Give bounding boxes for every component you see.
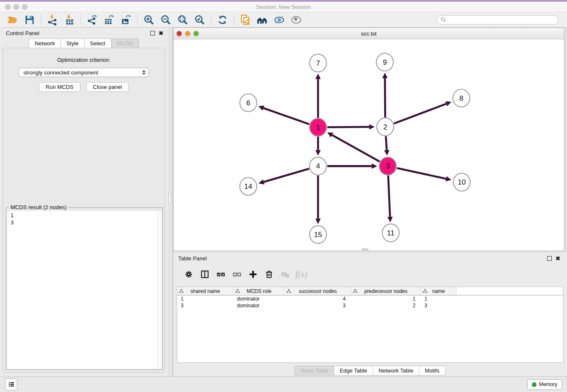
- duplicate-network-button[interactable]: [237, 14, 254, 26]
- export-table-button[interactable]: [101, 14, 118, 26]
- edge-arrowhead: [369, 124, 374, 130]
- float-panel-icon[interactable]: [150, 31, 155, 36]
- open-file-button[interactable]: [4, 14, 21, 26]
- edge-1-6[interactable]: [264, 108, 309, 124]
- node-table[interactable]: shared nameMCDS rolesuccessor nodesprede…: [177, 287, 564, 363]
- network-window-title: scc.txt: [173, 30, 564, 37]
- column-header-shared-name[interactable]: shared name: [177, 287, 234, 295]
- control-panel: Control Panel ✖ NetworkStyleSelectMCDS O…: [0, 28, 168, 376]
- open-file-icon: [7, 14, 18, 25]
- edge-arrowhead: [387, 217, 393, 222]
- toolbar-separator: [211, 14, 212, 25]
- search-input[interactable]: [448, 17, 555, 23]
- close-table-panel-icon[interactable]: ✖: [556, 256, 560, 261]
- tab-style[interactable]: Style: [61, 39, 85, 48]
- zoom-fit-button[interactable]: [174, 14, 191, 26]
- edge-arrowhead: [372, 163, 377, 169]
- search-field: [437, 15, 559, 25]
- export-image-icon: [121, 14, 132, 25]
- toolbar-separator: [137, 14, 138, 25]
- cell-predecessor-nodes[interactable]: 1: [351, 296, 421, 302]
- cell-name[interactable]: 3: [421, 303, 457, 309]
- show-columns-button[interactable]: [197, 267, 213, 282]
- edge-3-11[interactable]: [388, 175, 390, 217]
- cell-MCDS-role[interactable]: dominator: [234, 303, 285, 309]
- cell-shared-name[interactable]: 3: [177, 303, 234, 309]
- table-row[interactable]: 3dominator323: [177, 302, 563, 309]
- column-header-name[interactable]: name: [421, 287, 457, 295]
- export-image-button[interactable]: [118, 14, 135, 26]
- select-all-button[interactable]: [213, 267, 229, 282]
- node-label-10: 10: [458, 178, 466, 186]
- mcds-panel: Optimization criterion: strongly connect…: [3, 48, 165, 373]
- table-settings-button[interactable]: [181, 267, 197, 282]
- tab-motifs[interactable]: Motifs: [419, 366, 446, 375]
- column-header-predecessor-nodes[interactable]: predecessor nodes: [351, 287, 421, 295]
- column-header-successor-nodes[interactable]: successor nodes: [285, 287, 351, 295]
- eye-slash-icon: [274, 14, 285, 25]
- table-row[interactable]: 1dominator411: [177, 295, 563, 302]
- close-panel-button[interactable]: Close panel: [86, 82, 129, 92]
- delete-table-icon: [281, 270, 290, 279]
- save-button[interactable]: [21, 14, 38, 26]
- export-table-icon: [104, 14, 115, 25]
- import-network-icon: [47, 14, 58, 25]
- tab-edge-table[interactable]: Edge Table: [334, 366, 373, 375]
- optimization-criterion-select[interactable]: strongly connected component: [19, 68, 149, 77]
- table-panel-title: Table Panel: [178, 255, 207, 262]
- import-table-button[interactable]: [61, 14, 78, 26]
- optimization-criterion-label: Optimization criterion:: [3, 57, 165, 63]
- table-body: 1dominator4113dominator323: [177, 295, 563, 309]
- edge-2-8[interactable]: [394, 104, 446, 124]
- edge-1-2[interactable]: [328, 127, 369, 127]
- cell-successor-nodes[interactable]: 4: [285, 296, 351, 302]
- edge-3-1[interactable]: [332, 135, 380, 162]
- result-scrollbar[interactable]: [157, 211, 162, 369]
- export-network-button[interactable]: [84, 14, 101, 26]
- edge-2-9[interactable]: [385, 78, 385, 118]
- zoom-in-button[interactable]: [140, 14, 157, 26]
- refresh-icon: [217, 14, 228, 25]
- zoom-selected-icon: [194, 14, 205, 25]
- panel-splitter[interactable]: [168, 28, 173, 376]
- deselect-all-button[interactable]: [229, 267, 245, 282]
- zoom-selected-button[interactable]: [191, 14, 208, 26]
- edge-arrowhead: [446, 176, 451, 181]
- eye-button[interactable]: [288, 14, 305, 26]
- tab-network[interactable]: Network: [29, 39, 61, 48]
- network-graph[interactable]: 1234678910111415: [173, 39, 564, 251]
- network-window-titlebar: scc.txt ✕ − +: [173, 28, 564, 39]
- cell-predecessor-nodes[interactable]: 2: [351, 303, 421, 309]
- homes-button[interactable]: [254, 14, 271, 26]
- memory-button[interactable]: Memory: [527, 379, 562, 390]
- cell-name[interactable]: 1: [421, 296, 457, 302]
- canvas-scrollbar[interactable]: [362, 248, 369, 250]
- add-row-button[interactable]: [245, 267, 261, 282]
- import-network-button[interactable]: [44, 14, 61, 26]
- edge-arrowhead: [384, 150, 390, 155]
- tab-network-table[interactable]: Network Table: [373, 366, 419, 375]
- tab-mcds[interactable]: MCDS: [111, 39, 139, 48]
- tab-node-table[interactable]: Node Table: [295, 366, 334, 375]
- refresh-button[interactable]: [214, 14, 231, 26]
- zoom-out-button[interactable]: [157, 14, 174, 26]
- mcds-result-text[interactable]: 1 3: [7, 211, 157, 369]
- cell-successor-nodes[interactable]: 3: [285, 303, 351, 309]
- task-history-button[interactable]: [5, 378, 17, 390]
- float-table-panel-icon[interactable]: [547, 256, 552, 261]
- column-header-MCDS-role[interactable]: MCDS role: [234, 287, 285, 295]
- table-tabs: Node TableEdge TableNetwork TableMotifs: [173, 366, 567, 375]
- node-label-1: 1: [316, 124, 320, 132]
- edge-2-3[interactable]: [386, 136, 387, 150]
- edge-4-14[interactable]: [264, 169, 309, 182]
- close-panel-icon[interactable]: ✖: [159, 30, 163, 36]
- tab-select[interactable]: Select: [85, 39, 111, 48]
- network-canvas[interactable]: 1234678910111415: [173, 39, 564, 251]
- cell-shared-name[interactable]: 1: [177, 296, 234, 302]
- run-mcds-button[interactable]: Run MCDS: [39, 82, 80, 92]
- hide-eye-button[interactable]: [271, 14, 288, 26]
- edge-3-10[interactable]: [397, 168, 446, 179]
- cell-MCDS-role[interactable]: dominator: [234, 296, 285, 302]
- splitter-grip[interactable]: [168, 193, 171, 204]
- delete-row-button[interactable]: [261, 267, 277, 282]
